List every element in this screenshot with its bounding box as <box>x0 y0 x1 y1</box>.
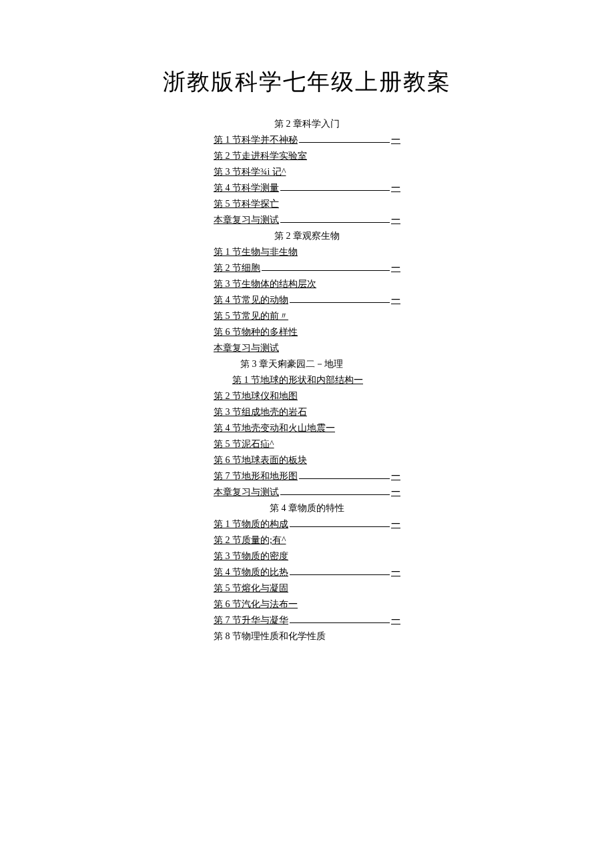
toc-entry[interactable]: 第 3 节组成地壳的岩石 <box>214 404 400 420</box>
toc-entry[interactable]: 第 5 节科学探亡 <box>214 196 400 212</box>
toc-entry[interactable]: 第 4 节物质的比热一 <box>214 564 400 580</box>
toc-entry[interactable]: 第 1 节科学并不神秘一 <box>214 132 400 148</box>
toc-entry[interactable]: 第 6 节地球表面的板块 <box>214 452 400 468</box>
chapter-heading: 第 2 章科学入门 <box>214 116 400 132</box>
toc-entry[interactable]: 第 7 节升华与凝华一 <box>214 612 400 628</box>
toc-entry: 第 8 节物理性质和化学性质 <box>214 628 400 644</box>
toc-entry-label: 第 3 节组成地壳的岩石 <box>214 407 307 417</box>
toc-leader-line <box>290 566 390 575</box>
toc-leader-line <box>262 262 390 271</box>
toc-entry-label: 第 5 节常见的前〃 <box>214 311 288 321</box>
toc-entry-label: 第 2 节地球仪和地图 <box>214 391 298 401</box>
toc-entry-tail: 一 <box>391 516 400 532</box>
toc-entry[interactable]: 本章复习与测试 <box>214 340 400 356</box>
toc-entry-tail: 一 <box>391 260 400 276</box>
toc-entry[interactable]: 第 7 节地形和地形图一 <box>214 468 400 484</box>
toc-entry[interactable]: 第 5 节熔化与凝固 <box>214 580 400 596</box>
toc-entry-label: 本章复习与测试 <box>214 484 279 500</box>
toc-entry-tail: 一 <box>391 612 400 628</box>
toc-entry-tail: 一 <box>391 564 400 580</box>
toc-entry[interactable]: 第 3 节生物体的结构层次 <box>214 276 400 292</box>
toc-entry-label: 第 5 节泥石疝^ <box>214 439 274 449</box>
chapter-heading: 第 2 章观察生物 <box>214 228 400 244</box>
toc-entry-label: 第 3 节生物体的结构层次 <box>214 279 316 289</box>
toc-entry-label: 本章复习与测试 <box>214 343 279 353</box>
toc-leader-line <box>280 486 390 495</box>
toc-entry-label: 本章复习与测试 <box>214 212 279 228</box>
toc-entry-label: 第 7 节地形和地形图 <box>214 468 298 484</box>
toc-entry-tail: 一 <box>391 212 400 228</box>
toc-entry-label: 第 1 节地球的形状和内部结构一 <box>232 375 363 385</box>
toc-entry[interactable]: 本章复习与测试一 <box>214 484 400 500</box>
toc-entry-label: 第 5 节熔化与凝固 <box>214 583 288 593</box>
toc-entry[interactable]: 第 4 节科学测量一 <box>214 180 400 196</box>
toc-entry-tail: 一 <box>391 132 400 148</box>
toc-entry-label: 第 4 节物质的比热 <box>214 564 288 580</box>
toc-entry-label: 第 2 节质量的;有^ <box>214 535 286 545</box>
toc-entry-label: 第 6 节物种的多样性 <box>214 327 298 337</box>
toc-entry[interactable]: 本章复习与测试一 <box>214 212 400 228</box>
toc-entry[interactable]: 第 3 节物质的密度 <box>214 548 400 564</box>
toc-leader-line <box>290 614 390 623</box>
toc-entry[interactable]: 第 3 节科学¾i 记^ <box>214 164 400 180</box>
chapter-heading: 第 3 章天痢豪园二－地理 <box>214 356 400 372</box>
toc-entry[interactable]: 第 5 节常见的前〃 <box>214 308 400 324</box>
toc-entry-label: 第 4 节科学测量 <box>214 180 279 196</box>
toc-leader-line <box>299 470 390 479</box>
toc-entry-label: 第 7 节升华与凝华 <box>214 612 288 628</box>
toc-leader-line <box>280 181 390 191</box>
toc-leader-line <box>290 294 390 303</box>
toc-entry-tail: 一 <box>391 468 400 484</box>
toc-entry-label: 第 4 节地壳变动和火山地震一 <box>214 423 335 433</box>
toc-entry-label: 第 8 节物理性质和化学性质 <box>214 631 326 641</box>
toc-leader-line <box>280 213 390 223</box>
toc-entry[interactable]: 第 4 节地壳变动和火山地震一 <box>214 420 400 436</box>
toc-entry-label: 第 1 节科学并不神秘 <box>214 132 298 148</box>
toc-entry[interactable]: 第 2 节细胞一 <box>214 260 400 276</box>
toc-entry[interactable]: 第 1 节物质的构成一 <box>214 516 400 532</box>
toc-entry-tail: 一 <box>391 292 400 308</box>
toc-entry[interactable]: 第 1 节地球的形状和内部结构一 <box>214 372 400 388</box>
toc-entry-label: 第 2 节走进科学实验室 <box>214 151 307 161</box>
toc-entry-label: 第 3 节科学¾i 记^ <box>214 167 286 177</box>
table-of-contents: 第 2 章科学入门第 1 节科学并不神秘一第 2 节走进科学实验室第 3 节科学… <box>214 116 400 644</box>
toc-entry-label: 第 4 节常见的动物 <box>214 292 288 308</box>
toc-entry-label: 第 6 节地球表面的板块 <box>214 455 307 465</box>
toc-entry-label: 第 1 节生物与非生物 <box>214 247 298 257</box>
toc-entry-label: 第 3 节物质的密度 <box>214 551 288 561</box>
toc-entry[interactable]: 第 4 节常见的动物一 <box>214 292 400 308</box>
toc-entry-label: 第 6 节汽化与法布一 <box>214 599 298 609</box>
toc-entry[interactable]: 第 6 节物种的多样性 <box>214 324 400 340</box>
toc-entry[interactable]: 第 2 节质量的;有^ <box>214 532 400 548</box>
document-page: 浙教版科学七年级上册教案 第 2 章科学入门第 1 节科学并不神秘一第 2 节走… <box>0 0 614 711</box>
toc-entry-label: 第 2 节细胞 <box>214 260 260 276</box>
document-title: 浙教版科学七年级上册教案 <box>0 67 614 97</box>
toc-entry[interactable]: 第 1 节生物与非生物 <box>214 244 400 260</box>
toc-entry[interactable]: 第 5 节泥石疝^ <box>214 436 400 452</box>
toc-entry-label: 第 5 节科学探亡 <box>214 199 279 209</box>
toc-entry[interactable]: 第 2 节走进科学实验室 <box>214 148 400 164</box>
chapter-heading: 第 4 章物质的特性 <box>214 500 400 516</box>
toc-entry[interactable]: 第 6 节汽化与法布一 <box>214 596 400 612</box>
toc-entry[interactable]: 第 2 节地球仪和地图 <box>214 388 400 404</box>
toc-leader-line <box>290 518 390 527</box>
toc-entry-tail: 一 <box>391 484 400 500</box>
toc-leader-line <box>299 133 390 143</box>
toc-entry-label: 第 1 节物质的构成 <box>214 516 288 532</box>
toc-entry-tail: 一 <box>391 180 400 196</box>
